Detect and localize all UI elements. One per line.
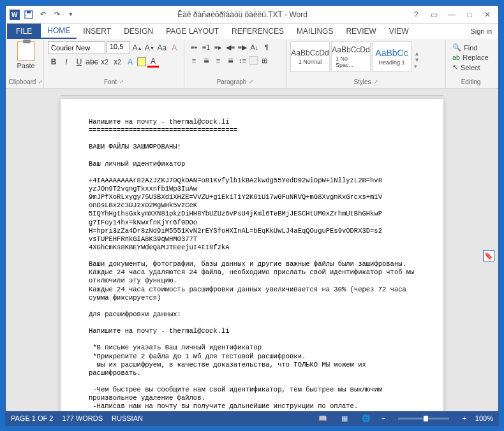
increase-indent-button[interactable]: ≡▶	[237, 41, 248, 53]
italic-button[interactable]: I	[61, 56, 72, 68]
svg-rect-3	[27, 11, 31, 13]
style-normal[interactable]: AaBbCcDd 1 Normal	[290, 41, 330, 72]
tab-review[interactable]: REVIEW	[339, 24, 382, 39]
bullets-button[interactable]: ≡•	[188, 41, 200, 53]
word-window: W ↶ ↷ ▼ Êàê ðàñøèôðîâàòü ôàéëû.TXT - Wor…	[5, 5, 499, 426]
word-count[interactable]: 177 WORDS	[62, 414, 103, 422]
side-panel: 🔖	[483, 250, 494, 261]
tab-mailings[interactable]: MAILINGS	[290, 24, 339, 39]
signin-link[interactable]: Sign in	[470, 27, 497, 35]
borders-button[interactable]: ⊞	[258, 55, 270, 66]
tab-references[interactable]: REFERENCES	[225, 24, 290, 39]
tab-design[interactable]: DESIGN	[117, 24, 159, 39]
undo-button[interactable]: ↶	[36, 8, 49, 21]
multilevel-button[interactable]: ≡▸	[212, 41, 224, 53]
redo-button[interactable]: ↷	[50, 8, 63, 21]
find-button[interactable]: 🔍Find	[450, 43, 492, 52]
file-tab[interactable]: FILE	[7, 24, 41, 39]
zoom-level[interactable]: 100%	[475, 414, 493, 422]
select-button[interactable]: ↖Select	[450, 62, 492, 72]
minimize-button[interactable]: —	[443, 8, 460, 22]
window-title: Êàê ðàñøèôðîâàòü ôàéëû.TXT - Word	[77, 10, 408, 19]
font-color-button[interactable]: A	[147, 56, 159, 68]
font-size-select[interactable]: 10,5	[107, 41, 130, 54]
tab-home[interactable]: HOME	[41, 24, 77, 39]
find-icon: 🔍	[452, 43, 461, 52]
document-page[interactable]: Напишите на почту - thermal@cock.li ====…	[61, 99, 443, 411]
qat-dropdown[interactable]: ▼	[64, 8, 77, 21]
shrink-font-button[interactable]: A▼	[144, 42, 155, 54]
align-center-button[interactable]: ≣	[200, 55, 212, 66]
ribbon-group-styles: AaBbCcDd 1 Normal AaBbCcDd 1 No Spac... …	[286, 40, 446, 88]
save-button[interactable]	[22, 8, 35, 21]
ribbon-group-font: Courier New 10,5 A▲ A▼ Aa A B I U abc x2…	[44, 40, 184, 88]
close-button[interactable]: ✕	[479, 8, 496, 22]
horizontal-ruler[interactable]	[61, 95, 443, 96]
paste-button[interactable]: Paste	[12, 41, 40, 69]
replace-button[interactable]: abReplace	[450, 53, 492, 62]
styles-gallery-expand[interactable]: ▲▼▾	[413, 41, 421, 78]
tab-insert[interactable]: INSERT	[77, 24, 117, 39]
ribbon-group-editing: 🔍Find abReplace ↖Select Editing	[446, 40, 496, 88]
help-button[interactable]: ?	[408, 8, 424, 22]
style-no-spacing[interactable]: AaBbCcDd 1 No Spac...	[331, 41, 371, 72]
underline-button[interactable]: U	[73, 56, 85, 68]
web-layout-button[interactable]: 🌐	[360, 413, 373, 423]
zoom-slider[interactable]	[398, 418, 449, 420]
numbering-button[interactable]: ≡1	[200, 41, 212, 53]
bookmark-icon[interactable]: 🔖	[483, 250, 494, 261]
document-area[interactable]: Напишите на почту - thermal@cock.li ====…	[6, 89, 498, 411]
ribbon: Paste Clipboard⤢ Courier New 10,5 A▲ A▼ …	[6, 39, 498, 89]
ribbon-group-clipboard: Paste Clipboard⤢	[8, 40, 44, 88]
menubar: FILE HOME INSERT DESIGN PAGE LAYOUT REFE…	[6, 24, 498, 39]
sort-button[interactable]: A↓	[249, 41, 260, 53]
titlebar: W ↶ ↷ ▼ Êàê ðàñøèôðîâàòü ôàéëû.TXT - Wor…	[6, 6, 498, 24]
language-indicator[interactable]: RUSSIAN	[112, 414, 143, 422]
bold-button[interactable]: B	[48, 56, 59, 68]
read-mode-button[interactable]: 📖	[316, 413, 329, 423]
svg-text:W: W	[11, 11, 18, 18]
clipboard-launcher[interactable]: ⤢	[38, 79, 43, 85]
quick-access-toolbar: W ↶ ↷ ▼	[8, 8, 77, 21]
show-marks-button[interactable]: ¶	[261, 41, 272, 53]
zoom-in-button[interactable]: +	[462, 414, 466, 422]
line-spacing-button[interactable]: ↕≡	[237, 55, 248, 66]
justify-button[interactable]: ≣	[225, 55, 236, 66]
align-left-button[interactable]: ≡	[188, 55, 200, 66]
tab-page-layout[interactable]: PAGE LAYOUT	[159, 24, 225, 39]
style-heading1[interactable]: AaBbCc Heading 1	[372, 41, 411, 72]
decrease-indent-button[interactable]: ◀≡	[225, 41, 236, 53]
ribbon-options-button[interactable]: ▭	[426, 8, 442, 22]
replace-icon: ab	[452, 54, 460, 61]
subscript-button[interactable]: x2	[99, 56, 110, 68]
strikethrough-button[interactable]: abc	[86, 56, 98, 68]
zoom-out-button[interactable]: −	[382, 414, 385, 422]
shading-button[interactable]	[249, 56, 258, 65]
window-controls: ? ▭ — □ ✕	[408, 8, 496, 22]
ribbon-group-paragraph: ≡• ≡1 ≡▸ ◀≡ ≡▶ A↓ ¶ ≡ ≣ ≡ ≣ ↕≡ ⊞	[184, 40, 286, 88]
font-launcher[interactable]: ⤢	[119, 79, 124, 85]
select-icon: ↖	[452, 63, 458, 71]
font-name-select[interactable]: Courier New	[48, 41, 105, 54]
statusbar: PAGE 1 OF 2 177 WORDS RUSSIAN 📖 ▦ 🌐 − + …	[6, 411, 498, 425]
paste-icon	[17, 41, 35, 61]
superscript-button[interactable]: x2	[112, 56, 123, 68]
clear-formatting-button[interactable]: A	[169, 42, 180, 54]
grow-font-button[interactable]: A▲	[131, 42, 142, 54]
maximize-button[interactable]: □	[461, 8, 478, 22]
styles-launcher[interactable]: ⤢	[374, 79, 378, 85]
word-icon[interactable]: W	[8, 8, 21, 21]
print-layout-button[interactable]: ▦	[338, 413, 351, 423]
text-effects-button[interactable]: A	[124, 56, 136, 68]
align-right-button[interactable]: ≡	[212, 55, 224, 66]
highlight-button[interactable]	[137, 57, 146, 66]
change-case-button[interactable]: Aa	[156, 42, 167, 54]
tab-view[interactable]: VIEW	[383, 24, 415, 39]
page-indicator[interactable]: PAGE 1 OF 2	[11, 414, 53, 422]
paragraph-launcher[interactable]: ⤢	[249, 79, 253, 85]
